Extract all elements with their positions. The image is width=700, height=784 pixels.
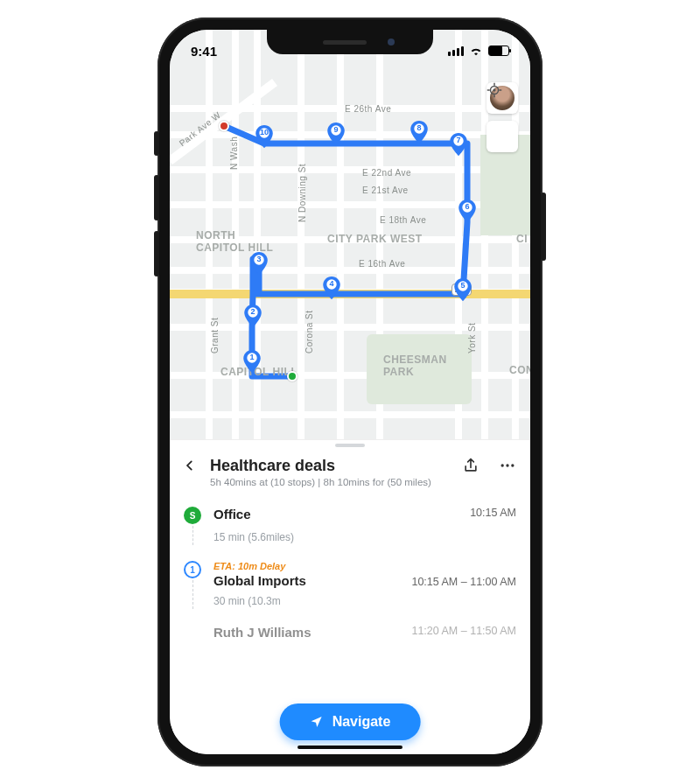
stop-time: 11:20 AM – 11:50 AM (411, 625, 516, 637)
stop-title: Ruth J Williams (214, 625, 411, 640)
notch (267, 30, 433, 54)
street-label: E 26th Ave (345, 104, 391, 114)
waypoint-pin-10[interactable]: 10 (256, 125, 273, 148)
street-label: Corona St (304, 310, 314, 354)
stop-badge-start: S (184, 507, 201, 524)
navigate-label: Navigate (332, 714, 391, 730)
home-indicator[interactable] (298, 746, 402, 749)
wifi-icon (469, 46, 483, 56)
svg-point-39 (511, 464, 514, 466)
svg-point-38 (506, 464, 508, 466)
volume-up (154, 175, 159, 220)
phone-frame: 9:41 (158, 18, 542, 766)
waypoint-pin-1[interactable]: 1 (243, 350, 261, 373)
back-button[interactable] (180, 456, 200, 475)
stop-time: 10:15 AM – 11:00 AM (411, 576, 516, 588)
status-right (448, 46, 509, 56)
chevron-left-icon (184, 459, 196, 472)
street-label: N Downing St (298, 164, 307, 222)
screen: 9:41 (170, 30, 530, 754)
street-label: N Wash (229, 136, 239, 170)
navigate-icon (310, 715, 324, 729)
stop-badge: 1 (184, 561, 201, 578)
svg-point-22 (494, 89, 496, 92)
sheet-title: Healthcare deals (210, 457, 452, 475)
map-label: CON (509, 364, 530, 376)
mute-switch (154, 131, 159, 156)
battery-icon (488, 46, 509, 56)
map-fab-column (486, 82, 518, 152)
more-icon[interactable] (499, 457, 516, 474)
stop-row[interactable]: S Office 10:15 AM (170, 496, 530, 524)
route-end-marker[interactable] (219, 121, 229, 131)
street-label: York St (467, 323, 477, 354)
connector-line (192, 526, 193, 545)
clock: 9:41 (191, 44, 217, 59)
navigate-button[interactable]: Navigate (280, 704, 421, 740)
street-label: E 22nd Ave (362, 168, 411, 178)
stop-title: Global Imports (214, 573, 411, 588)
route-start-marker[interactable] (287, 371, 298, 382)
locate-me-button[interactable] (486, 121, 518, 152)
power-button (541, 192, 546, 261)
map-label: CITY PARK WEST (327, 233, 423, 245)
waypoint-pin-7[interactable]: 7 (450, 133, 467, 156)
waypoint-pin-9[interactable]: 9 (327, 122, 345, 145)
stop-time: 10:15 AM (470, 507, 516, 519)
waypoint-pin-8[interactable]: 8 (410, 121, 428, 144)
waypoint-pin-4[interactable]: 4 (323, 276, 340, 299)
stop-eta: ETA: 10m Delay (214, 561, 411, 571)
connector-line (192, 580, 193, 609)
street-label: E 18th Ave (380, 215, 426, 225)
map-label: CHEESMAN PARK (383, 354, 447, 378)
map-view[interactable]: NORTH CAPITOL HILL CITY PARK WEST CAPITO… (170, 30, 530, 441)
street-label: E 16th Ave (359, 259, 405, 269)
share-icon[interactable] (462, 457, 480, 474)
segment-info: 15 min (5.6miles) (170, 524, 530, 550)
waypoint-pin-3[interactable]: 3 (250, 252, 268, 275)
stop-row[interactable]: 1 ETA: 10m Delay Global Imports 10:15 AM… (170, 550, 530, 588)
street-label: E 21st Ave (362, 186, 409, 195)
segment-info: 30 min (10.3m (170, 588, 530, 614)
waypoint-pin-2[interactable]: 2 (244, 304, 262, 327)
waypoint-pin-6[interactable]: 6 (458, 200, 476, 222)
waypoint-pin-5[interactable]: 5 (454, 278, 472, 301)
crosshair-icon (486, 82, 502, 98)
street-label: Grant St (210, 318, 220, 354)
map-label: NORTH CAPITOL HILL (196, 229, 273, 254)
stop-title: Office (214, 507, 470, 522)
signal-icon (448, 46, 464, 56)
sheet-subtitle: 5h 40mins at (10 stops) | 8h 10mins for … (170, 477, 530, 496)
volume-down (154, 231, 159, 276)
route-sheet[interactable]: Healthcare deals 5h 40mins at (10 stops)… (170, 439, 530, 754)
svg-point-37 (501, 464, 504, 466)
map-label: CI (516, 233, 528, 245)
stop-row[interactable]: 2 Ruth J Williams 11:20 AM – 11:50 AM (170, 614, 530, 642)
